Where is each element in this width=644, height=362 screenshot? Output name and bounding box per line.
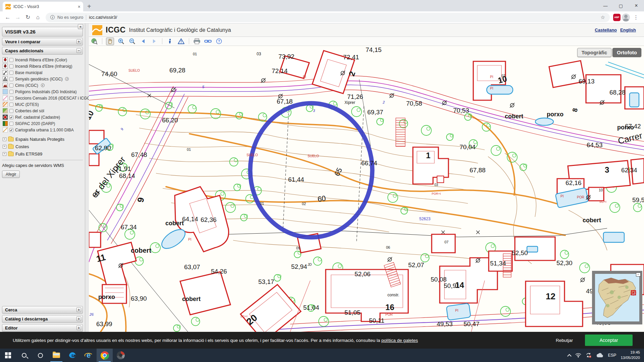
- language-link-english[interactable]: English: [620, 27, 636, 33]
- layer-row[interactable]: MUC (DTES): [2, 101, 83, 108]
- share-link-button[interactable]: [204, 38, 212, 45]
- layer-checkbox[interactable]: [9, 71, 13, 75]
- window-minimize-button[interactable]: —: [598, 0, 613, 11]
- new-tab-button[interactable]: +: [87, 3, 91, 10]
- inset-minimize-button[interactable]: −: [636, 273, 641, 277]
- folder-expand-icon[interactable]: +: [3, 152, 6, 156]
- profile-avatar[interactable]: [622, 13, 630, 21]
- home-button[interactable]: ⌂: [34, 13, 42, 22]
- layer-row[interactable]: Cobertes del sòl: [2, 108, 83, 114]
- folder-expand-icon[interactable]: +: [3, 145, 6, 148]
- file-explorer-button[interactable]: [48, 349, 64, 362]
- start-button[interactable]: [0, 349, 16, 362]
- print-button[interactable]: [193, 38, 201, 45]
- help-button[interactable]: ?: [215, 38, 223, 45]
- url-field[interactable]: i No es seguro icc.cat/vissir3/ ☆: [46, 13, 610, 22]
- layer-row[interactable]: Base municipal: [2, 69, 83, 76]
- info-tool-button[interactable]: [166, 38, 174, 45]
- expand-icon[interactable]: +: [76, 325, 81, 330]
- map-canvas[interactable]: 74,60SUELO69,28010373,9272,14PI72,4174,1…: [89, 46, 644, 332]
- basemap-button-topogràfic[interactable]: Topogràfic: [577, 48, 611, 57]
- browser-tab[interactable]: ICGC - Vissir3 ×: [3, 2, 83, 11]
- sync-error-icon[interactable]: [586, 353, 592, 358]
- sidebar-collapse-button[interactable]: «: [78, 24, 83, 29]
- folder-expand-icon[interactable]: +: [3, 137, 6, 141]
- layer-checkbox[interactable]: [9, 103, 13, 107]
- layer-checkbox[interactable]: [9, 64, 13, 68]
- layer-checkbox[interactable]: ✔: [9, 128, 13, 132]
- folder-row[interactable]: +Espais Naturals Protegits: [2, 136, 83, 142]
- layer-row[interactable]: Polígons Industrials (DG Indústria): [2, 88, 83, 95]
- reload-button[interactable]: ↻: [23, 13, 32, 22]
- bookmark-star-icon[interactable]: ☆: [601, 14, 605, 20]
- layer-info-icon[interactable]: i: [65, 77, 69, 81]
- cookie-accept-button[interactable]: Acceptar: [585, 335, 633, 346]
- chrome-button[interactable]: [97, 349, 113, 362]
- map-label: 50,11: [369, 317, 384, 324]
- layer-checkbox[interactable]: [9, 109, 13, 113]
- zoom-in-button[interactable]: [117, 38, 125, 45]
- expand-icon[interactable]: +: [76, 316, 81, 321]
- expand-icon[interactable]: +: [76, 39, 81, 44]
- layer-checkbox[interactable]: [9, 83, 13, 87]
- warning-tool-button[interactable]: [177, 38, 185, 45]
- section-editor[interactable]: Editor+: [2, 324, 83, 332]
- section-cat-leg-i-desc-rrega[interactable]: Catàleg i descàrrega+: [2, 315, 83, 323]
- layer-row[interactable]: ✔Cartografia urbana 1:1.000 DIBA: [2, 127, 83, 133]
- add-wms-button[interactable]: Afegir: [2, 171, 20, 178]
- taskbar-clock[interactable]: 19:4513/05/2020: [621, 350, 640, 360]
- map-label: 62,90: [95, 144, 111, 152]
- section-capes-addicionals[interactable]: Capes addicionals −: [2, 47, 83, 55]
- layer-checkbox[interactable]: [9, 90, 13, 94]
- previous-view-button[interactable]: [139, 38, 147, 45]
- basemap-button-ortofoto[interactable]: Ortofoto: [612, 48, 641, 57]
- collapse-section-icon[interactable]: −: [76, 48, 81, 53]
- layer-row[interactable]: Incendi Ribera d'Ebre (Color): [2, 57, 83, 63]
- layer-row[interactable]: Cims (ICGC)i: [2, 82, 83, 88]
- layer-checkbox[interactable]: [9, 58, 13, 62]
- window-maximize-button[interactable]: ▢: [613, 0, 629, 11]
- expand-icon[interactable]: +: [76, 307, 81, 312]
- folder-row[interactable]: +Costes: [2, 143, 83, 150]
- layer-checkbox[interactable]: ✔: [9, 115, 13, 119]
- site-security-icon[interactable]: i: [50, 15, 55, 19]
- wifi-icon[interactable]: [575, 353, 581, 358]
- layer-row[interactable]: Senyals geodèsics (ICGC)i: [2, 76, 83, 82]
- layer-row[interactable]: Seccions Censals 2016 (IDESCAT i ICGC): [2, 95, 83, 101]
- browser-menu-icon[interactable]: ⋮: [631, 14, 641, 20]
- window-close-button[interactable]: ×: [629, 0, 644, 11]
- keyboard-language-indicator[interactable]: ESP: [608, 353, 616, 358]
- onedrive-cloud-icon[interactable]: [596, 353, 603, 358]
- pinned-app-button[interactable]: [113, 349, 129, 362]
- svg-text:e: e: [87, 351, 91, 359]
- next-view-button[interactable]: [150, 38, 158, 45]
- forward-button[interactable]: →: [13, 13, 22, 22]
- layer-info-icon[interactable]: i: [41, 83, 45, 87]
- adblock-extension-icon[interactable]: ABP: [613, 14, 621, 21]
- internet-explorer-button[interactable]: e: [80, 349, 97, 362]
- layer-row[interactable]: Incendi Ribera d'Ebre (Infraroig): [2, 63, 83, 69]
- map-label: 06: [386, 245, 390, 249]
- back-button[interactable]: ←: [3, 13, 12, 22]
- layer-row[interactable]: SIGPAC 2020 (DARP): [2, 120, 83, 127]
- layer-checkbox[interactable]: [9, 77, 13, 81]
- tray-expand-icon[interactable]: [568, 354, 572, 358]
- section-veure-i-comparar[interactable]: Veure i comparar +: [2, 38, 83, 46]
- zoom-extent-button[interactable]: [90, 38, 98, 45]
- layer-checkbox[interactable]: [9, 122, 13, 126]
- zoom-out-button[interactable]: [128, 38, 136, 45]
- pan-tool-button[interactable]: [106, 38, 114, 45]
- cookie-policy-link[interactable]: política de galetes: [381, 338, 418, 343]
- layer-checkbox[interactable]: [9, 96, 13, 100]
- tab-close-icon[interactable]: ×: [78, 4, 80, 9]
- cortana-button[interactable]: [32, 349, 48, 362]
- census-sections-icon: [3, 96, 8, 101]
- folder-row[interactable]: +Fulls ETRS89: [2, 150, 83, 157]
- section-cerca[interactable]: Cerca+: [2, 306, 83, 314]
- cookie-reject-button[interactable]: Rebutjar: [556, 338, 573, 343]
- layer-row[interactable]: ✔Ref. cadastral (Cadastre): [2, 114, 83, 120]
- overview-inset-map[interactable]: −: [592, 271, 642, 324]
- edge-button[interactable]: e: [64, 349, 80, 362]
- taskbar-search-button[interactable]: [16, 349, 32, 362]
- language-link-castellano[interactable]: Castellano: [595, 27, 617, 33]
